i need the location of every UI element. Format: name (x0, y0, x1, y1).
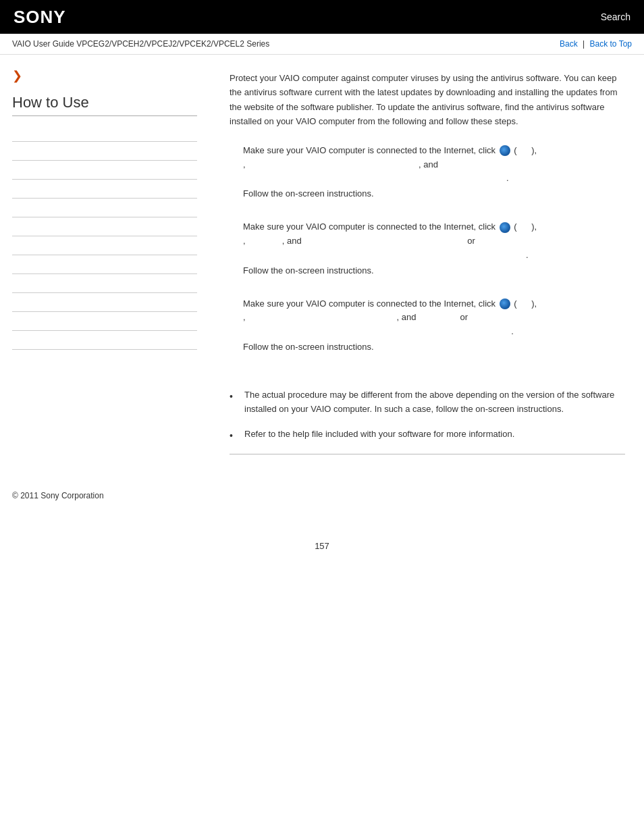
globe-icon-1 (500, 145, 510, 156)
nav-separator: | (583, 39, 585, 49)
nav-links: Back | Back to Top (560, 39, 632, 49)
list-item[interactable] (12, 293, 197, 312)
main-container: ❯ How to Use Protect your VAIO computer … (0, 55, 644, 481)
globe-icon-3 (500, 298, 510, 309)
step-1-follow: Follow the on-screen instructions. (243, 188, 625, 199)
note-item-2: • Refer to the help file included with y… (230, 427, 625, 443)
notes-section: • The actual procedure may be different … (230, 382, 625, 443)
sidebar-section-title: How to Use (12, 94, 197, 116)
footer: © 2011 Sony Corporation (0, 481, 644, 521)
content-divider (230, 454, 625, 454)
page-number: 157 (0, 541, 644, 565)
list-item[interactable] (12, 180, 197, 199)
step-3-instruction: Make sure your VAIO computer is connecte… (243, 297, 625, 339)
step-3-block: Make sure your VAIO computer is connecte… (243, 297, 625, 352)
intro-paragraph: Protect your VAIO computer against compu… (230, 71, 625, 129)
step-3-follow: Follow the on-screen instructions. (243, 342, 625, 352)
note-bullet-2: • (230, 428, 240, 443)
list-item[interactable] (12, 161, 197, 180)
step-1-block: Make sure your VAIO computer is connecte… (243, 144, 625, 199)
back-to-top-link[interactable]: Back to Top (590, 39, 632, 49)
list-item[interactable] (12, 217, 197, 236)
note-bullet-1: • (230, 389, 240, 404)
list-item[interactable] (12, 255, 197, 274)
list-item[interactable] (12, 236, 197, 255)
sidebar-arrow: ❯ (12, 68, 197, 83)
nav-bar: VAIO User Guide VPCEG2/VPCEH2/VPCEJ2/VPC… (0, 34, 644, 55)
header: SONY Search (0, 0, 644, 34)
list-item[interactable] (12, 274, 197, 293)
list-item[interactable] (12, 199, 197, 217)
step-2-block: Make sure your VAIO computer is connecte… (243, 220, 625, 275)
list-item[interactable] (12, 142, 197, 161)
step-2-instruction: Make sure your VAIO computer is connecte… (243, 220, 625, 262)
step-1-instruction: Make sure your VAIO computer is connecte… (243, 144, 625, 186)
sidebar: ❯ How to Use (0, 55, 209, 481)
search-button[interactable]: Search (601, 11, 630, 22)
copyright-text: © 2011 Sony Corporation (12, 491, 104, 500)
list-item[interactable] (12, 312, 197, 331)
step-2-follow: Follow the on-screen instructions. (243, 265, 625, 276)
list-item[interactable] (12, 123, 197, 142)
sony-logo: SONY (14, 7, 66, 28)
content-area: Protect your VAIO computer against compu… (209, 55, 644, 481)
note-text-2: Refer to the help file included with you… (244, 427, 514, 442)
note-item-1: • The actual procedure may be different … (230, 388, 625, 417)
list-item[interactable] (12, 331, 197, 350)
globe-icon-2 (500, 222, 510, 233)
guide-title: VAIO User Guide VPCEG2/VPCEH2/VPCEJ2/VPC… (12, 39, 269, 49)
back-link[interactable]: Back (560, 39, 578, 49)
note-text-1: The actual procedure may be different fr… (244, 388, 625, 417)
sidebar-items (12, 123, 197, 350)
